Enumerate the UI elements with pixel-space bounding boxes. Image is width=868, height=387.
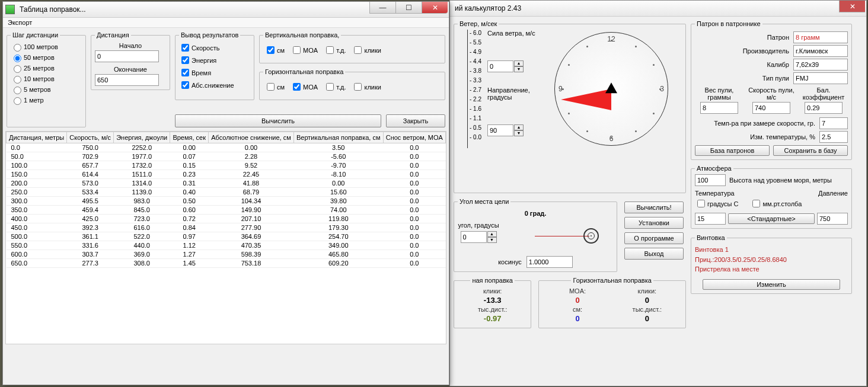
- wind-wedge-icon: [561, 89, 611, 110]
- rifle-line3: Пристрелка на месте: [695, 265, 848, 274]
- save-db-button[interactable]: Сохранить в базу: [773, 145, 848, 156]
- calc-button[interactable]: Вычислить!: [624, 202, 684, 213]
- table-row[interactable]: 500.0361.1522.00.97364.69254.700.0: [7, 232, 446, 241]
- step-radio-4[interactable]: 5 метров: [11, 85, 82, 94]
- down-icon[interactable]: ▼: [514, 66, 524, 72]
- step-radio-3[interactable]: 10 метров: [11, 74, 82, 84]
- end-input[interactable]: [95, 74, 159, 86]
- speed-input[interactable]: [752, 102, 790, 114]
- bc-input[interactable]: [805, 102, 843, 114]
- col-header[interactable]: Абсолютное снижение, см: [209, 132, 294, 143]
- patron-input[interactable]: [793, 31, 848, 43]
- vc-l2: тыс.дист.:: [458, 306, 527, 313]
- angle-spin[interactable]: ▲▼: [461, 231, 497, 243]
- manuf-input[interactable]: [793, 45, 848, 57]
- col-header[interactable]: Вертикальная поправка, см: [293, 132, 383, 143]
- table-row[interactable]: 200.0573.01314.00.3141.880.000.0: [7, 179, 446, 188]
- right-close-button[interactable]: ✕: [839, 1, 865, 12]
- horz-opts-3[interactable]: клики: [352, 81, 381, 92]
- pres-input[interactable]: [817, 213, 848, 225]
- temp-header: Температура: [695, 190, 771, 197]
- angle-label: угол, градусы: [458, 222, 499, 229]
- table-row[interactable]: 250.0533.41139.00.4068.7915.600.0: [7, 188, 446, 197]
- left-calc-button[interactable]: Вычислить: [175, 114, 381, 127]
- table-row[interactable]: 50.0702.91977.00.072.28-5.600.0: [7, 152, 446, 161]
- fs-atmo: Атмосфера Высота над уровнем моря, метры…: [691, 165, 852, 229]
- angle-input[interactable]: [461, 231, 487, 243]
- menu-export[interactable]: Экспорт: [8, 19, 32, 26]
- up-icon[interactable]: ▲: [514, 60, 524, 66]
- vert-opts-3[interactable]: клики: [352, 44, 381, 56]
- up-icon[interactable]: ▲: [514, 124, 524, 130]
- bullet-type-input[interactable]: [793, 72, 848, 84]
- weight-input[interactable]: [700, 102, 738, 114]
- table-row[interactable]: 450.0392.3616.00.84277.90179.300.0: [7, 223, 446, 232]
- step-radio-0[interactable]: 100 метров: [11, 42, 82, 52]
- horz-opts-0[interactable]: см: [264, 81, 285, 92]
- start-input[interactable]: [95, 50, 159, 62]
- step-radio-1[interactable]: 50 метров: [11, 53, 82, 62]
- patron-label: Патрон: [695, 34, 791, 41]
- c-temp-input[interactable]: [819, 117, 848, 129]
- db-button[interactable]: База патронов: [695, 145, 770, 156]
- table-row[interactable]: 400.0425.0723.00.72207.10119.800.0: [7, 215, 446, 223]
- weight-label: Вес пули, граммы: [695, 87, 743, 101]
- hc-v1: 0: [542, 296, 612, 305]
- vert-opts-1[interactable]: MOA: [291, 44, 318, 56]
- vert-opts-0[interactable]: см: [264, 44, 285, 56]
- wind-force-label: Сила ветра, м/с: [487, 30, 541, 37]
- table-row[interactable]: 150.0614.41511.00.2322.45-8.100.0: [7, 170, 446, 179]
- alt-input[interactable]: [695, 174, 726, 186]
- down-icon[interactable]: ▼: [514, 130, 524, 136]
- temp-unit-check[interactable]: градусы С: [695, 198, 738, 209]
- up-icon[interactable]: ▲: [487, 231, 497, 237]
- vert-opts-2[interactable]: т.д.: [324, 44, 346, 56]
- left-close-button[interactable]: Закрыть: [386, 114, 445, 127]
- output-check-0[interactable]: Скорость: [179, 42, 250, 53]
- pres-unit-check[interactable]: мм.рт.столба: [750, 198, 802, 209]
- output-check-2[interactable]: Время: [179, 67, 250, 78]
- col-header[interactable]: Время, сек: [170, 132, 209, 143]
- maximize-button[interactable]: ☐: [395, 2, 422, 14]
- temp-input[interactable]: [695, 213, 726, 225]
- hc-l4: тыс.дист.:: [612, 306, 682, 313]
- std-button[interactable]: <Стандартные>: [728, 213, 815, 224]
- col-header[interactable]: Скорость, м/с: [67, 132, 114, 143]
- output-check-1[interactable]: Энергия: [179, 55, 250, 66]
- table-row[interactable]: 100.0657.71732.00.159.52-9.700.0: [7, 161, 446, 170]
- col-header[interactable]: Снос ветром, MOA: [383, 132, 445, 143]
- col-header[interactable]: Дистанция, метры: [7, 132, 67, 143]
- table-row[interactable]: 300.0495.5983.00.50104.3439.800.0: [7, 197, 446, 206]
- vc-v2: -0.97: [458, 314, 527, 323]
- clock-tick-icon: [653, 64, 655, 66]
- step-radio-2[interactable]: 25 метров: [11, 63, 82, 73]
- wind-force-input[interactable]: [487, 60, 513, 72]
- wind-legend: Ветер, м/сек: [458, 20, 499, 27]
- caliber-input[interactable]: [793, 59, 848, 71]
- down-icon[interactable]: ▼: [487, 237, 497, 243]
- table-row[interactable]: 350.0459.4845.00.60149.9074.000.0: [7, 206, 446, 215]
- wind-dir-spin[interactable]: ▲▼: [487, 124, 524, 136]
- rifle-edit-button[interactable]: Изменить: [703, 279, 840, 290]
- about-button[interactable]: О программе: [624, 232, 684, 244]
- minimize-button[interactable]: —: [369, 2, 395, 14]
- exit-button[interactable]: Выход: [624, 248, 684, 260]
- table-row[interactable]: 0.0750.02252.00.000.003.500.0: [7, 143, 446, 152]
- clock-tick-icon: [635, 46, 637, 47]
- close-button[interactable]: ✕: [422, 2, 448, 14]
- output-check-3[interactable]: Абс.снижение: [179, 79, 250, 91]
- wind-dir-input[interactable]: [487, 124, 513, 136]
- rifle-line2: Приц.:200/3.5/0.25/0.25/8.6840: [695, 255, 848, 264]
- table-row[interactable]: 550.0331.6440.01.12470.35349.000.0: [7, 241, 446, 250]
- wind-force-spin[interactable]: ▲▼: [487, 60, 524, 72]
- horz-opts-1[interactable]: MOA: [291, 81, 318, 92]
- horz-opts-2[interactable]: т.д.: [324, 81, 346, 92]
- c-dtemp-input[interactable]: [819, 131, 848, 143]
- table-row[interactable]: 600.0303.7369.01.27598.39465.800.0: [7, 250, 446, 259]
- step-radio-5[interactable]: 1 метр: [11, 95, 82, 105]
- table-row[interactable]: 650.0277.3308.01.45753.18609.200.0: [7, 259, 446, 268]
- wind-clock[interactable]: 12 3 6 9: [554, 32, 668, 146]
- settings-button[interactable]: Установки: [624, 217, 684, 229]
- fs-cartridge: Патрон в патроннике Патрон Производитель…: [691, 20, 852, 160]
- col-header[interactable]: Энергия, джоули: [114, 132, 170, 143]
